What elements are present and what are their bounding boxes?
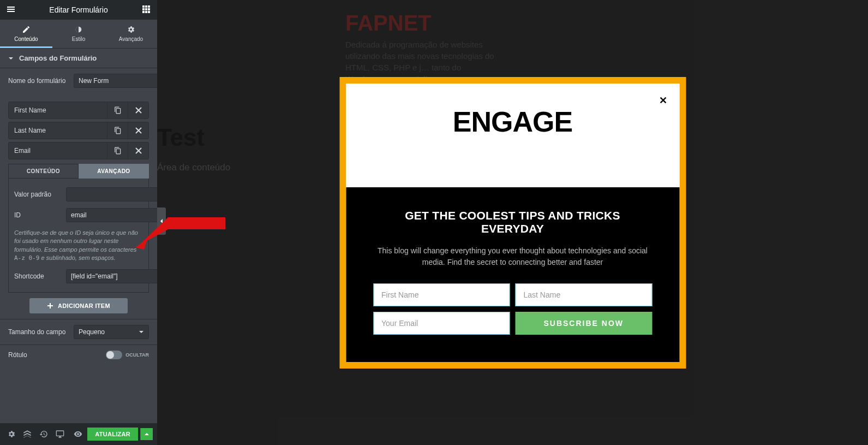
control-field-size: Tamanho do campo Pequeno — [0, 319, 157, 345]
settings-icon[interactable] — [4, 426, 19, 442]
last-name-input[interactable] — [516, 283, 653, 306]
widgets-grid-icon[interactable] — [140, 3, 153, 17]
rotulo-toggle[interactable] — [106, 351, 122, 359]
subscribe-button[interactable]: SUBSCRIBE NOW — [516, 312, 653, 335]
navigator-icon[interactable] — [21, 426, 35, 442]
tab-content[interactable]: Conteúdo — [0, 20, 52, 48]
shortcode-label: Shortcode — [14, 272, 61, 280]
duplicate-icon[interactable] — [107, 143, 128, 159]
update-button[interactable]: ATUALIZAR — [87, 428, 138, 441]
rotulo-label: Rótulo — [8, 351, 68, 359]
svg-rect-8 — [148, 11, 150, 13]
history-icon[interactable] — [37, 426, 51, 442]
responsive-icon[interactable] — [53, 426, 67, 442]
shortcode-input[interactable] — [66, 269, 157, 283]
add-item-button[interactable]: ADICIONAR ITEM — [29, 298, 128, 313]
field-size-select[interactable]: Pequeno — [74, 325, 149, 339]
field-size-label: Tamanho do campo — [8, 328, 68, 336]
popup-body: GET THE COOLEST TIPS AND TRICKS EVERYDAY… — [346, 187, 679, 362]
popup-heading: GET THE COOLEST TIPS AND TRICKS EVERYDAY — [373, 209, 652, 235]
panel-tabs: Conteúdo Estilo Avançado — [0, 20, 157, 49]
sidebar-header: Editar Formulário — [0, 0, 157, 20]
svg-rect-3 — [142, 8, 145, 10]
popup-description: This blog will change everything you eve… — [373, 245, 652, 268]
sidebar-collapse-handle[interactable] — [157, 207, 166, 235]
field-label[interactable]: Email — [9, 143, 107, 159]
field-item-email: Email — [8, 142, 149, 159]
field-advanced-panel: Valor padrão ID Certifique-se de que o I… — [8, 179, 149, 293]
control-rotulo: Rótulo OCULTAR — [0, 345, 157, 365]
field-id-label: ID — [14, 211, 61, 219]
duplicate-icon[interactable] — [107, 102, 128, 118]
control-form-name: Nome do formulário — [0, 68, 157, 93]
menu-icon[interactable] — [4, 3, 17, 17]
preview-icon[interactable] — [71, 426, 86, 442]
tab-advanced[interactable]: Avançado — [105, 20, 157, 48]
svg-rect-2 — [148, 5, 150, 8]
sidebar-footer: ATUALIZAR — [0, 423, 157, 445]
svg-rect-5 — [148, 8, 150, 10]
form-name-input[interactable] — [74, 74, 157, 88]
sub-tab-content[interactable]: CONTEÚDO — [8, 164, 79, 179]
site-title: FAPNET — [345, 11, 509, 35]
rotulo-state-text: OCULTAR — [125, 352, 149, 358]
update-options-icon[interactable] — [140, 428, 153, 440]
svg-rect-0 — [142, 5, 145, 8]
remove-icon[interactable] — [128, 143, 148, 159]
svg-rect-6 — [142, 11, 145, 13]
default-value-label: Valor padrão — [14, 191, 61, 198]
field-label[interactable]: Last Name — [9, 122, 107, 139]
popup-form: SUBSCRIBE NOW — [373, 283, 652, 335]
svg-rect-4 — [145, 8, 147, 10]
field-sub-tabs: CONTEÚDO AVANÇADO — [8, 164, 149, 179]
close-icon[interactable]: ✕ — [659, 94, 667, 106]
default-value-input[interactable] — [66, 187, 157, 201]
field-label[interactable]: First Name — [9, 102, 107, 118]
svg-rect-1 — [145, 5, 147, 8]
panel-title: Editar Formulário — [49, 5, 107, 14]
email-input[interactable] — [373, 312, 510, 335]
control-default-value: Valor padrão — [14, 184, 143, 205]
control-shortcode: Shortcode — [14, 266, 143, 287]
control-field-id: ID — [14, 205, 143, 226]
field-id-input[interactable] — [66, 208, 157, 222]
field-item-first-name: First Name — [8, 102, 149, 119]
field-item-last-name: Last Name — [8, 122, 149, 139]
section-form-fields[interactable]: Campos do Formulário — [0, 49, 157, 68]
editor-sidebar: Editar Formulário Conteúdo Estilo Avança… — [0, 0, 157, 445]
popup-logo: ENGAGE — [362, 105, 663, 138]
editor-canvas: FAPNET Dedicada á programação de website… — [157, 0, 868, 445]
form-name-label: Nome do formulário — [8, 77, 68, 85]
panel-body: Campos do Formulário Nome do formulário … — [0, 49, 157, 423]
popup-modal: ✕ ENGAGE GET THE COOLEST TIPS AND TRICKS… — [339, 77, 686, 369]
svg-rect-7 — [145, 11, 147, 13]
field-id-help-text: Certifique-se de que o ID seja único e q… — [14, 226, 143, 266]
remove-icon[interactable] — [128, 102, 148, 118]
first-name-input[interactable] — [373, 283, 510, 306]
duplicate-icon[interactable] — [107, 122, 128, 139]
tab-style[interactable]: Estilo — [52, 20, 105, 48]
sub-tab-advanced[interactable]: AVANÇADO — [79, 164, 149, 179]
remove-icon[interactable] — [128, 122, 148, 139]
popup-header: ENGAGE — [346, 84, 679, 187]
